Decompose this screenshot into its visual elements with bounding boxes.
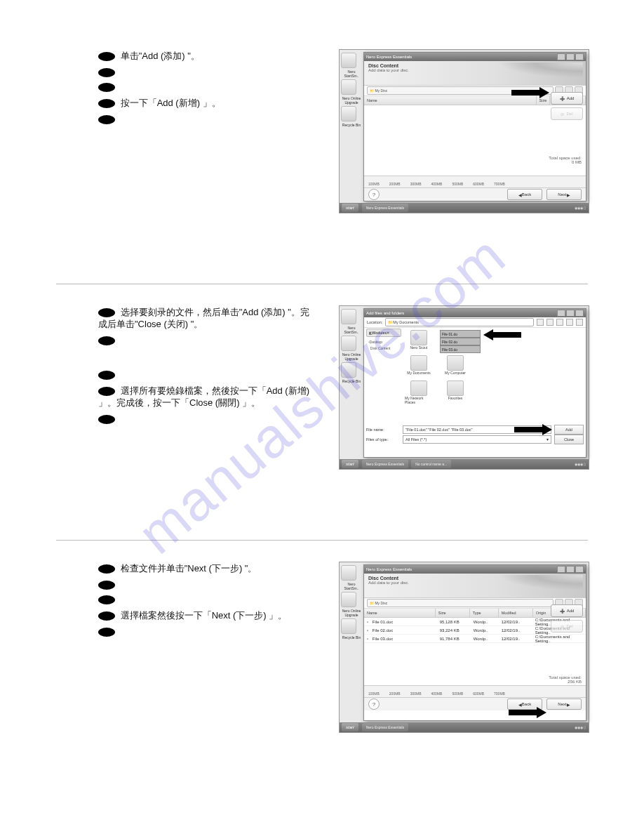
desktop-icon-label: Recycle Bin <box>341 635 362 640</box>
banner: Disc Content Add data to your disc. <box>364 574 586 598</box>
table-row[interactable]: ▫ File 03.doc 91,784 KB Wordp.. 12/02/19… <box>364 635 586 643</box>
screenshot-1: Nero StartSm.. Nero Online Upgrade Recyc… <box>339 49 589 213</box>
nav-up-icon[interactable] <box>546 319 554 326</box>
max-button[interactable] <box>566 310 575 317</box>
folder-item[interactable]: My Computer <box>441 355 469 375</box>
nav-panel: ◧ Modules ✕ ▫ Desktop Disk Content <box>366 329 401 351</box>
folder-item[interactable]: My Documents <box>405 355 433 375</box>
close-button[interactable] <box>575 566 584 573</box>
desktop-icon <box>341 53 356 68</box>
selected-file[interactable]: File 03.do <box>440 345 481 353</box>
dialog-close-button[interactable]: Close <box>554 435 584 444</box>
back-button[interactable]: ◀ Back <box>507 189 542 200</box>
task-item[interactable]: No control name a... <box>411 460 451 468</box>
folder-item[interactable]: Favorites <box>441 380 469 404</box>
lang-marker <box>98 595 115 604</box>
nav-item[interactable]: ▫ Desktop <box>366 338 401 345</box>
lang-marker <box>98 564 115 574</box>
callout-arrow <box>514 425 552 435</box>
lang-marker <box>98 83 115 92</box>
titlebar: Add files and folders <box>364 309 586 317</box>
nero-main-window: Nero Express Essentials Disc Content Add… <box>363 52 586 201</box>
next-button[interactable]: Next ▶ <box>546 189 582 200</box>
min-button[interactable] <box>557 53 565 60</box>
task-item[interactable]: Nero Express Essentials <box>362 204 408 212</box>
section-2: 选择要刻录的文件，然后单击"Add (添加) "。完成后单击"Close (关闭… <box>56 305 588 470</box>
window-title: Add files and folders <box>366 311 556 315</box>
selected-file[interactable]: File 02.do <box>440 338 481 345</box>
lang-marker <box>98 415 115 424</box>
filetype-label: Files of type: <box>366 437 400 442</box>
size-ruler: 100MB200MB300MB400MB500MB600MB700MB <box>364 176 586 188</box>
total-space-label: Total space used:256 KB <box>549 675 582 684</box>
filetype-select[interactable]: All Files (*.*)▾ <box>403 435 551 444</box>
nav-view-icon[interactable] <box>576 319 583 326</box>
help-button[interactable]: ? <box>368 699 380 710</box>
desktop-icon <box>341 309 356 324</box>
screenshot-2: Nero StartSm.. Nero Online Upgrade Recyc… <box>339 305 589 470</box>
desktop-icon <box>341 565 356 581</box>
add-button[interactable]: ➕ Add <box>551 604 583 617</box>
lang-marker <box>98 628 115 637</box>
selected-file[interactable]: File 01.do <box>440 330 481 338</box>
window-title: Nero Express Essentials <box>366 55 556 59</box>
system-tray: ◉◉◉ ▯ <box>572 723 589 732</box>
total-space-label: Total space used:0 MB <box>549 156 582 164</box>
folder-item[interactable]: My Network Places <box>405 380 433 404</box>
lang-marker <box>98 387 115 396</box>
desktop-icon <box>341 592 356 607</box>
help-button[interactable]: ? <box>368 189 380 200</box>
nav-header[interactable]: ◧ Modules ✕ <box>366 329 401 337</box>
s2-line1: 选择要刻录的文件，然后单击"Add (添加) "。完成后单击"Close (关闭… <box>98 307 309 329</box>
desktop-icon-label: Nero Online Upgrade <box>341 96 362 105</box>
desktop-icon <box>341 79 356 95</box>
section-divider <box>56 540 588 541</box>
filename-label: File name: <box>366 428 400 432</box>
lang-marker <box>98 336 115 345</box>
min-button[interactable] <box>557 566 565 573</box>
dialog-add-button[interactable]: Add <box>554 425 584 435</box>
start-button[interactable]: start <box>342 723 358 732</box>
add-files-dialog: Add files and folders Location: 📁 My Doc… <box>363 308 586 458</box>
desktop-icon-label: Nero StartSm.. <box>341 582 362 590</box>
add-button[interactable]: ➕ Add <box>551 92 583 105</box>
location-field[interactable]: 📁 My Documents <box>385 318 534 326</box>
window-title: Nero Express Essentials <box>366 567 556 571</box>
nav-search-icon[interactable] <box>556 319 563 326</box>
desktop-icon <box>341 618 356 634</box>
nav-new-icon[interactable] <box>566 319 573 326</box>
callout-arrow <box>511 88 549 98</box>
del-button[interactable]: ⊘ Del <box>551 620 583 633</box>
section-1: 单击"Add (添加) "。 按一下「Add (新增) 」。 Nero Star… <box>56 49 588 213</box>
folder-item[interactable]: Nero Scout <box>405 330 433 350</box>
min-button[interactable] <box>557 310 565 317</box>
lang-marker <box>98 371 115 380</box>
task-item[interactable]: Nero Express Essentials <box>362 723 408 732</box>
system-tray: ◉◉◉ ▯ <box>572 460 589 468</box>
desktop-icon-label: Nero StartSm.. <box>341 70 362 78</box>
breadcrumb[interactable]: 📁 My Disc <box>367 599 554 607</box>
del-button[interactable]: ⊘ Del <box>551 107 583 120</box>
close-button[interactable] <box>575 310 584 317</box>
desktop-icon-label: Nero Online Upgrade <box>341 352 362 361</box>
max-button[interactable] <box>566 566 575 573</box>
next-button[interactable]: Next ▶ <box>546 699 582 710</box>
taskbar: start Nero Express Essentials ◉◉◉ ▯ <box>340 722 589 732</box>
max-button[interactable] <box>566 53 575 60</box>
close-button[interactable] <box>575 53 584 60</box>
lang-marker <box>98 581 115 590</box>
start-button[interactable]: start <box>342 460 358 468</box>
size-ruler: 100MB200MB300MB400MB500MB600MB700MB <box>364 685 586 698</box>
start-button[interactable]: start <box>342 204 358 212</box>
lang-marker <box>98 308 115 317</box>
nav-item[interactable]: Disk Content <box>366 345 401 351</box>
s3-line2: 選擇檔案然後按一下「Next (下一步) 」。 <box>121 610 288 621</box>
desktop-icon <box>341 106 356 121</box>
callout-arrow <box>509 708 546 717</box>
desktop-icon-label: Recycle Bin <box>341 123 362 127</box>
section-divider <box>56 284 588 284</box>
nav-back-icon[interactable] <box>537 319 544 326</box>
task-item[interactable]: Nero Express Essentials <box>362 460 408 468</box>
desktop-icon <box>341 362 356 378</box>
screenshot-3: Nero StartSm.. Nero Online Upgrade Recyc… <box>339 562 589 733</box>
